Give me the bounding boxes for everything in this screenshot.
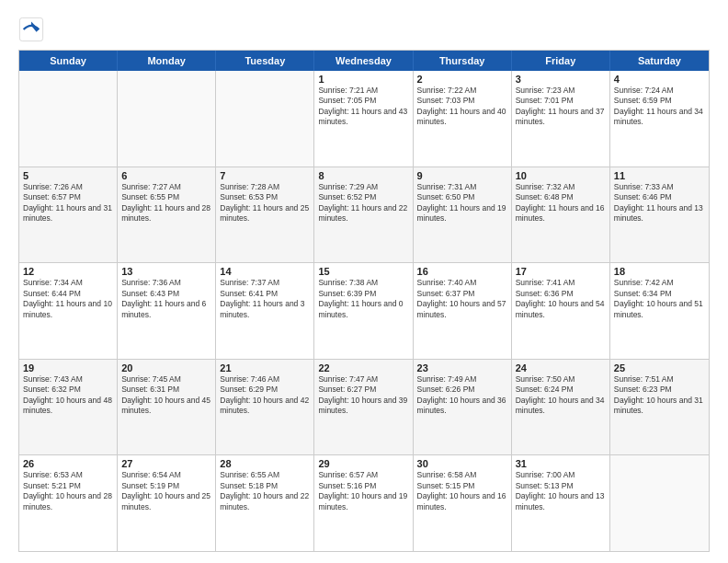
calendar-cell: 3Sunrise: 7:23 AMSunset: 7:01 PMDaylight…	[512, 71, 610, 167]
cell-line: Sunrise: 7:23 AM	[516, 86, 606, 96]
cell-line: Sunrise: 7:29 AM	[318, 182, 408, 192]
cell-line: Sunset: 6:27 PM	[318, 385, 408, 395]
cell-line: Sunrise: 7:47 AM	[318, 374, 408, 385]
cell-line: Daylight: 10 hours and 34 minutes.	[516, 396, 606, 417]
header-day-friday: Friday	[512, 51, 610, 71]
day-number: 23	[417, 362, 507, 373]
calendar-cell: 14Sunrise: 7:37 AMSunset: 6:41 PMDayligh…	[216, 263, 314, 359]
cell-line: Sunrise: 7:00 AM	[516, 470, 606, 480]
logo-icon	[18, 17, 44, 42]
cell-line: Daylight: 10 hours and 16 minutes.	[417, 491, 507, 512]
calendar-cell: 10Sunrise: 7:32 AMSunset: 6:48 PMDayligh…	[512, 167, 610, 263]
calendar-cell	[19, 71, 118, 167]
calendar-cell: 26Sunrise: 6:53 AMSunset: 5:21 PMDayligh…	[19, 455, 118, 551]
cell-line: Sunset: 6:37 PM	[417, 289, 507, 299]
cell-line: Daylight: 10 hours and 13 minutes.	[516, 491, 606, 512]
cell-line: Sunrise: 7:24 AM	[614, 86, 705, 96]
cell-line: Daylight: 11 hours and 37 minutes.	[516, 107, 606, 128]
cell-line: Sunset: 5:21 PM	[23, 481, 113, 491]
calendar-cell: 20Sunrise: 7:45 AMSunset: 6:31 PMDayligh…	[118, 360, 216, 455]
cell-line: Daylight: 11 hours and 22 minutes.	[318, 203, 408, 224]
day-number: 27	[121, 458, 211, 469]
day-number: 3	[516, 74, 606, 85]
header-day-monday: Monday	[118, 51, 216, 71]
cell-line: Daylight: 11 hours and 28 minutes.	[121, 203, 211, 224]
calendar-cell	[610, 455, 709, 551]
cell-line: Sunset: 6:43 PM	[121, 289, 211, 299]
calendar-cell: 11Sunrise: 7:33 AMSunset: 6:46 PMDayligh…	[610, 167, 709, 263]
calendar-row-2: 12Sunrise: 7:34 AMSunset: 6:44 PMDayligh…	[19, 263, 709, 360]
cell-line: Daylight: 11 hours and 43 minutes.	[318, 107, 408, 128]
cell-line: Sunset: 6:23 PM	[614, 385, 705, 395]
cell-line: Sunset: 7:03 PM	[417, 96, 507, 106]
calendar-cell: 17Sunrise: 7:41 AMSunset: 6:36 PMDayligh…	[512, 263, 610, 359]
calendar-cell: 28Sunrise: 6:55 AMSunset: 5:18 PMDayligh…	[216, 455, 314, 551]
header-day-saturday: Saturday	[610, 51, 709, 71]
cell-line: Sunrise: 7:28 AM	[220, 182, 310, 192]
cell-line: Sunset: 6:44 PM	[23, 289, 113, 299]
cell-line: Sunset: 5:19 PM	[121, 481, 211, 491]
cell-line: Sunset: 6:53 PM	[220, 192, 310, 202]
cell-line: Sunset: 6:31 PM	[121, 385, 211, 395]
calendar-cell: 30Sunrise: 6:58 AMSunset: 5:15 PMDayligh…	[414, 455, 512, 551]
cell-line: Sunrise: 7:22 AM	[417, 86, 507, 96]
day-number: 6	[121, 170, 211, 181]
day-number: 7	[220, 170, 310, 181]
cell-line: Sunrise: 7:45 AM	[121, 374, 211, 385]
cell-line: Sunrise: 6:53 AM	[23, 470, 113, 480]
day-number: 25	[614, 362, 705, 373]
calendar-row-1: 5Sunrise: 7:26 AMSunset: 6:57 PMDaylight…	[19, 167, 709, 264]
cell-line: Sunset: 5:18 PM	[220, 481, 310, 491]
header	[18, 17, 710, 42]
cell-line: Sunset: 6:48 PM	[516, 192, 606, 202]
cell-line: Daylight: 10 hours and 48 minutes.	[23, 396, 113, 417]
calendar-cell: 22Sunrise: 7:47 AMSunset: 6:27 PMDayligh…	[314, 360, 413, 455]
calendar-cell: 15Sunrise: 7:38 AMSunset: 6:39 PMDayligh…	[314, 263, 413, 359]
calendar-cell: 19Sunrise: 7:43 AMSunset: 6:32 PMDayligh…	[19, 360, 118, 455]
calendar-cell: 12Sunrise: 7:34 AMSunset: 6:44 PMDayligh…	[19, 263, 118, 359]
cell-line: Sunrise: 7:51 AM	[614, 374, 705, 385]
cell-line: Sunrise: 7:32 AM	[516, 182, 606, 192]
calendar-cell: 31Sunrise: 7:00 AMSunset: 5:13 PMDayligh…	[512, 455, 610, 551]
cell-line: Sunrise: 6:55 AM	[220, 470, 310, 480]
cell-line: Daylight: 10 hours and 39 minutes.	[318, 396, 408, 417]
day-number: 31	[516, 458, 606, 469]
cell-line: Sunrise: 6:57 AM	[318, 470, 408, 480]
cell-line: Daylight: 10 hours and 42 minutes.	[220, 396, 310, 417]
day-number: 10	[516, 170, 606, 181]
day-number: 20	[121, 362, 211, 373]
header-day-wednesday: Wednesday	[314, 51, 413, 71]
cell-line: Daylight: 10 hours and 25 minutes.	[121, 491, 211, 512]
day-number: 4	[614, 74, 705, 85]
calendar-cell: 25Sunrise: 7:51 AMSunset: 6:23 PMDayligh…	[610, 360, 709, 455]
calendar-cell: 18Sunrise: 7:42 AMSunset: 6:34 PMDayligh…	[610, 263, 709, 359]
cell-line: Daylight: 11 hours and 25 minutes.	[220, 203, 310, 224]
calendar-cell: 1Sunrise: 7:21 AMSunset: 7:05 PMDaylight…	[314, 71, 413, 167]
cell-line: Sunrise: 7:27 AM	[121, 182, 211, 192]
cell-line: Sunrise: 7:33 AM	[614, 182, 705, 192]
day-number: 2	[417, 74, 507, 85]
calendar-body: 1Sunrise: 7:21 AMSunset: 7:05 PMDaylight…	[19, 71, 709, 551]
day-number: 21	[220, 362, 310, 373]
day-number: 22	[318, 362, 408, 373]
cell-line: Sunrise: 7:21 AM	[318, 86, 408, 96]
day-number: 26	[23, 458, 113, 469]
day-number: 18	[614, 266, 705, 277]
day-number: 14	[220, 266, 310, 277]
calendar-cell: 9Sunrise: 7:31 AMSunset: 6:50 PMDaylight…	[414, 167, 512, 263]
cell-line: Daylight: 11 hours and 10 minutes.	[23, 299, 113, 320]
calendar-cell: 4Sunrise: 7:24 AMSunset: 6:59 PMDaylight…	[610, 71, 709, 167]
cell-line: Sunrise: 7:26 AM	[23, 182, 113, 192]
calendar-cell: 13Sunrise: 7:36 AMSunset: 6:43 PMDayligh…	[118, 263, 216, 359]
page: SundayMondayTuesdayWednesdayThursdayFrid…	[0, 0, 728, 563]
cell-line: Sunset: 6:24 PM	[516, 385, 606, 395]
svg-rect-0	[19, 17, 42, 40]
calendar-cell: 7Sunrise: 7:28 AMSunset: 6:53 PMDaylight…	[216, 167, 314, 263]
cell-line: Sunset: 6:55 PM	[121, 192, 211, 202]
cell-line: Daylight: 11 hours and 6 minutes.	[121, 299, 211, 320]
cell-line: Daylight: 11 hours and 13 minutes.	[614, 203, 705, 224]
day-number: 13	[121, 266, 211, 277]
cell-line: Daylight: 10 hours and 36 minutes.	[417, 396, 507, 417]
day-number: 5	[23, 170, 113, 181]
day-number: 29	[318, 458, 408, 469]
